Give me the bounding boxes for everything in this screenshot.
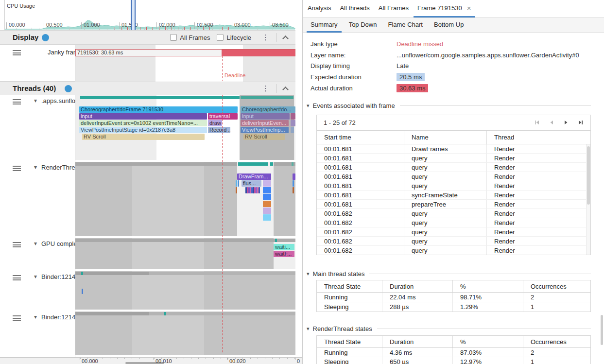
- next-page-icon[interactable]: [563, 120, 569, 125]
- trace-span[interactable]: [82, 289, 83, 294]
- thread-state-segment[interactable]: [75, 162, 237, 166]
- expand-caret-icon[interactable]: ▾: [34, 241, 37, 246]
- thread-state-segment[interactable]: [80, 96, 240, 99]
- drag-handle-icon[interactable]: [13, 275, 21, 280]
- trace-span[interactable]: deliverInputEven...: [241, 120, 289, 126]
- table-row[interactable]: 00:01.681queryRender: [317, 181, 590, 191]
- table-row[interactable]: Sleeping650 µs12.97%1: [317, 357, 590, 364]
- display-help-icon[interactable]: [42, 34, 49, 41]
- trace-span[interactable]: [263, 187, 271, 193]
- expand-caret-icon[interactable]: ▾: [34, 314, 37, 320]
- expand-caret-icon[interactable]: ▾: [34, 164, 37, 170]
- tab-analysis[interactable]: Analysis: [304, 0, 335, 17]
- threads-more-options-icon[interactable]: ⋮: [258, 85, 273, 92]
- events-scrollbar-thumb[interactable]: [587, 146, 590, 205]
- lifecycle-checkbox[interactable]: [217, 34, 224, 41]
- table-row[interactable]: 00:01.681queryRender: [317, 154, 590, 163]
- thread-row[interactable]: ▾GPU completionwaiti...waitF...: [0, 238, 295, 271]
- drag-handle-icon[interactable]: [13, 242, 21, 247]
- tab-all-threads[interactable]: All threads: [336, 0, 373, 17]
- thread-state-segment[interactable]: [81, 272, 83, 275]
- thread-track[interactable]: DrawFram...flus...: [75, 162, 295, 236]
- trace-span[interactable]: [238, 180, 239, 187]
- trace-span[interactable]: Choreographer#do...: [241, 106, 295, 113]
- table-row[interactable]: 00:01.681DrawFramesRender: [317, 144, 590, 154]
- display-more-options-icon[interactable]: ⋮: [258, 34, 273, 41]
- trace-span[interactable]: [291, 120, 295, 126]
- threads-collapse-icon[interactable]: [282, 87, 289, 93]
- trace-span[interactable]: Choreographer#doFrame 7191530: [79, 106, 238, 113]
- thread-state-segment[interactable]: [241, 96, 293, 99]
- trace-span[interactable]: ViewPostImeInputStage id=0x2187c3a8: [79, 127, 207, 133]
- tab-all-frames[interactable]: All Frames: [375, 0, 413, 17]
- table-row[interactable]: Running4.36 ms87.03%2: [317, 348, 590, 357]
- thread-state-segment[interactable]: [292, 162, 293, 166]
- trace-span[interactable]: traversal: [208, 113, 238, 120]
- thread-row[interactable]: ▾.apps.sunflowerChoreographer#doFrame 71…: [0, 95, 295, 162]
- thread-state-segment[interactable]: [164, 312, 166, 315]
- trace-span[interactable]: flus...: [242, 180, 261, 187]
- table-row[interactable]: 00:01.682queryRender: [317, 237, 590, 246]
- column-header[interactable]: Thread State: [317, 336, 382, 347]
- subtab-top-down[interactable]: Top Down: [345, 18, 381, 33]
- table-row[interactable]: 00:01.682queryRender: [317, 227, 590, 237]
- trace-span[interactable]: [236, 180, 237, 187]
- subtab-bottom-up[interactable]: Bottom Up: [430, 18, 467, 33]
- thread-row[interactable]: ▾RenderThreadDrawFram...flus...: [0, 162, 295, 238]
- tab-frame-7191530[interactable]: Frame 7191530×: [414, 0, 475, 17]
- trace-span[interactable]: [263, 180, 271, 187]
- table-row[interactable]: Running22.04 ms98.71%2: [317, 293, 590, 302]
- thread-state-segment[interactable]: [75, 312, 149, 315]
- last-page-icon[interactable]: [578, 120, 584, 125]
- trace-span[interactable]: input: [79, 113, 207, 120]
- thread-row[interactable]: ▾Binder:12145_2: [0, 312, 295, 357]
- first-page-icon[interactable]: [534, 120, 540, 125]
- thread-track[interactable]: waiti...waitF...: [75, 238, 295, 269]
- trace-span[interactable]: Record ...: [208, 127, 230, 133]
- main-states-section-title[interactable]: ▾ Main thread states: [307, 268, 591, 279]
- trace-span[interactable]: [236, 187, 237, 193]
- cpu-usage-minimap[interactable]: CPU Usage 00.00000.50001.00001.50002.000…: [0, 0, 295, 30]
- all-frames-checkbox[interactable]: [170, 34, 177, 41]
- trace-span[interactable]: draw: [208, 120, 222, 126]
- selection-handle-left[interactable]: [131, 0, 132, 30]
- vertical-scrollbar-thumb[interactable]: [601, 315, 603, 345]
- expand-caret-icon[interactable]: ▾: [34, 98, 37, 104]
- trace-span[interactable]: [293, 187, 294, 193]
- column-header[interactable]: Name: [404, 131, 487, 144]
- thread-row[interactable]: ▾Binder:12145_4: [0, 271, 295, 312]
- column-header[interactable]: Thread State: [317, 280, 382, 292]
- trace-span[interactable]: [263, 214, 271, 221]
- column-header[interactable]: %: [453, 336, 523, 347]
- trace-span[interactable]: [293, 180, 294, 187]
- table-row[interactable]: 00:01.682queryRender: [317, 246, 590, 255]
- column-header[interactable]: Duration: [382, 280, 453, 292]
- drag-handle-icon[interactable]: [13, 315, 21, 321]
- column-header[interactable]: Start time: [317, 131, 404, 144]
- render-states-section-title[interactable]: ▾ RenderThread states: [307, 323, 591, 334]
- events-section-title[interactable]: ▾ Events associated with frame: [307, 100, 591, 111]
- close-tab-icon[interactable]: ×: [467, 4, 471, 12]
- trace-span[interactable]: [293, 173, 295, 180]
- thread-track[interactable]: [75, 312, 295, 355]
- threads-help-icon[interactable]: [65, 85, 72, 92]
- trace-span[interactable]: waitF...: [274, 251, 294, 257]
- thread-state-segment[interactable]: [275, 239, 277, 242]
- thread-state-segment[interactable]: [75, 239, 295, 242]
- thread-track[interactable]: Choreographer#doFrame 7191530inputtraver…: [75, 95, 295, 160]
- subtab-flame-chart[interactable]: Flame Chart: [384, 18, 427, 33]
- column-header[interactable]: Thread: [487, 131, 590, 144]
- subtab-summary[interactable]: Summary: [307, 18, 342, 33]
- trace-span[interactable]: input: [241, 113, 290, 120]
- thread-track[interactable]: [75, 271, 295, 310]
- selection-handle-right[interactable]: [135, 0, 136, 30]
- trace-span[interactable]: deliverInputEvent src=0x1002 eventTimeNa…: [79, 120, 207, 126]
- table-row[interactable]: Sleeping288 µs1.29%1: [317, 302, 590, 312]
- thread-state-segment[interactable]: [238, 162, 268, 166]
- table-row[interactable]: 00:01.681syncFrameStateRender: [317, 191, 590, 200]
- thread-state-segment[interactable]: [75, 272, 149, 275]
- drag-handle-icon[interactable]: [13, 99, 21, 104]
- table-row[interactable]: 00:01.682queryRender: [317, 209, 590, 218]
- trace-sliver[interactable]: [259, 187, 260, 193]
- column-header[interactable]: Occurrences: [523, 336, 590, 347]
